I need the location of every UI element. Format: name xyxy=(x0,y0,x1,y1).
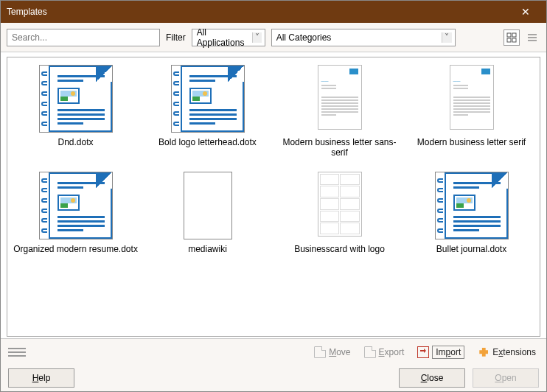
template-thumbnail xyxy=(435,172,509,239)
document-icon xyxy=(364,346,376,358)
application-dropdown-value: All Applications xyxy=(197,27,252,48)
close-icon[interactable]: ✕ xyxy=(511,1,540,23)
svg-rect-1 xyxy=(512,33,516,37)
template-thumbnail xyxy=(184,172,232,239)
document-icon xyxy=(314,346,326,358)
svg-rect-0 xyxy=(507,33,511,37)
template-label: Bullet journal.dotx xyxy=(436,244,506,254)
application-dropdown[interactable]: All Applications ˅ xyxy=(192,29,265,46)
chevron-down-icon: ˅ xyxy=(252,32,262,43)
template-label: Organized modern resume.dotx xyxy=(13,244,138,254)
template-item[interactable]: Businesscard with logo xyxy=(276,172,403,254)
close-button[interactable]: Close xyxy=(399,368,465,388)
help-button[interactable]: Help xyxy=(8,368,74,388)
list-icon xyxy=(527,32,537,43)
template-grid[interactable]: Dnd.dotxBold logo letterhead.dotx——Moder… xyxy=(7,57,540,337)
template-label: Modern business letter serif xyxy=(417,137,526,147)
template-label: Businesscard with logo xyxy=(294,244,385,254)
toolbar: Filter All Applications ˅ All Categories… xyxy=(1,23,546,52)
open-label: Open xyxy=(495,373,516,383)
footer: Move Export Import Extensions Help Close… xyxy=(1,338,546,391)
view-toggle xyxy=(504,29,540,46)
template-thumbnail xyxy=(303,172,377,239)
menu-button[interactable] xyxy=(8,343,26,361)
import-icon xyxy=(417,346,429,358)
export-label: Export xyxy=(379,347,405,357)
list-view-button[interactable] xyxy=(524,29,540,46)
search-input[interactable] xyxy=(7,29,160,46)
template-thumbnail xyxy=(171,65,245,133)
filter-label: Filter xyxy=(166,32,186,43)
category-dropdown-value: All Categories xyxy=(276,32,332,43)
template-item[interactable]: mediawiki xyxy=(144,172,271,254)
extensions-label: Extensions xyxy=(492,347,536,357)
template-item[interactable]: Organized modern resume.dotx xyxy=(12,172,139,254)
template-item[interactable]: Bold logo letterhead.dotx xyxy=(144,65,271,158)
template-item[interactable]: Dnd.dotx xyxy=(12,65,139,158)
import-label: Import xyxy=(432,346,464,359)
template-thumbnail xyxy=(39,172,113,239)
template-label: Bold logo letterhead.dotx xyxy=(158,137,257,147)
export-button[interactable]: Export xyxy=(361,345,408,360)
move-button[interactable]: Move xyxy=(311,345,353,360)
grid-view-button[interactable] xyxy=(504,29,520,46)
template-label: mediawiki xyxy=(188,244,227,254)
move-label: Move xyxy=(329,347,350,357)
extensions-button[interactable]: Extensions xyxy=(475,345,539,360)
template-item[interactable]: ——Modern business letter sans-serif xyxy=(276,65,403,158)
help-label: Help xyxy=(32,373,51,383)
template-item[interactable]: ——Modern business letter serif xyxy=(408,65,535,158)
template-item[interactable]: Bullet journal.dotx xyxy=(408,172,535,254)
puzzle-icon xyxy=(478,346,489,358)
close-label: Close xyxy=(421,373,444,383)
titlebar: Templates ✕ xyxy=(1,1,546,23)
import-button[interactable]: Import xyxy=(414,344,467,360)
category-dropdown[interactable]: All Categories ˅ xyxy=(271,29,456,46)
template-label: Dnd.dotx xyxy=(58,137,93,147)
svg-rect-2 xyxy=(507,38,511,42)
template-thumbnail xyxy=(39,65,113,133)
template-label: Modern business letter sans-serif xyxy=(277,137,403,158)
template-thumbnail: —— xyxy=(303,65,377,133)
window-title: Templates xyxy=(7,7,47,17)
grid-icon xyxy=(506,32,517,43)
template-thumbnail: —— xyxy=(435,65,509,133)
svg-rect-3 xyxy=(512,38,516,42)
open-button[interactable]: Open xyxy=(473,368,539,388)
chevron-down-icon: ˅ xyxy=(442,32,452,43)
